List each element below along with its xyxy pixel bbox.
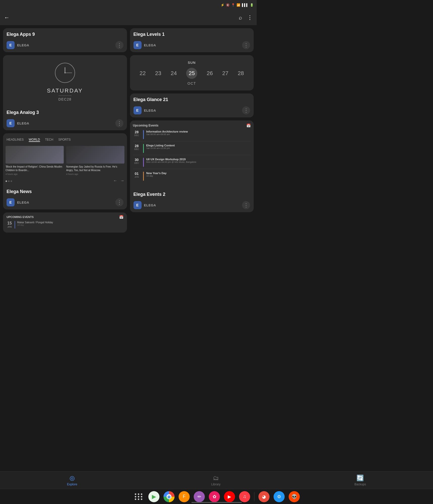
library-nav-label: Library [211,483,220,486]
apps9-title: Elega Apps 9 [3,28,127,38]
news-tab-tech[interactable]: TECH [45,138,53,142]
event-full-time-2: Sat 10:00 am-12:00 pm [146,147,251,149]
scroll-indicator [191,502,242,503]
event-full-month-3: DEC [134,162,139,164]
elega-events2-logo: E [134,201,142,209]
bottom-navigation: ◎ Explore 🗂 Library 🔄 Backups [0,471,257,489]
event-full-time-4: All day [146,175,251,177]
calendar-active-day-name: SUN [188,61,196,65]
cal-day-num-27: 27 [222,70,228,77]
cal-day-25-active[interactable]: 25 [186,68,197,79]
news-dot-3 [11,180,12,182]
analog3-more-button[interactable]: ⋮ [115,119,123,127]
back-button[interactable]: ← [4,14,10,21]
event-full-bar-4 [143,172,144,181]
minute-hand [65,73,72,73]
news-tab-headlines[interactable]: HEADLINES [7,138,24,142]
news-image-1 [6,146,64,164]
news-headline-2: Norwegian Spy Jailed by Russia Is Free. … [66,165,124,172]
dock-divider [254,492,254,501]
news-tab-world[interactable]: WORLD [29,138,40,142]
event-full-month-2: DEC [134,148,139,150]
folder-app[interactable]: F [179,491,190,502]
signal-icon: ▌▌▌ [242,3,248,7]
event-full-date-3: 30 [135,158,139,162]
news-image-2 [66,146,124,164]
event-full-date-2: 28 [135,144,139,148]
top-bar: ← ⌕ ⋮ [0,10,257,25]
cal-day-num-28: 28 [238,70,244,77]
elega-apps-9-card: Elega Apps 9 E ELEGA ⋮ [3,28,127,52]
cal-day-num-26: 26 [207,70,213,77]
bluetooth-icon: ⚡ [221,3,224,7]
calendar-mini-icon: 📅 [119,215,123,219]
elega-analog3-logo: E [7,119,15,127]
cal-day-22: 22 [140,70,146,77]
event-mini-text-1: Makar Sakranti / Pongal Holiday All day [17,221,53,226]
event-full-month-1: DEC [134,134,139,137]
wifi-icon: 📶 [237,3,240,7]
cal-day-24: 24 [171,70,177,77]
elega-news-name: ELEGA [17,201,29,204]
event-full-time-1: Sat 08:00 am-09:00 am [146,133,251,136]
elega-analog3-name: ELEGA [17,121,29,125]
news-more-button[interactable]: ⋮ [115,198,123,206]
news-navigation: ← → [113,178,124,183]
event-full-time-3: Mon 10:00 am-04:00 pm @ MG Music, Bangal… [146,161,251,163]
calendar-widget-card: SUN 22 23 24 25 26 27 [130,55,254,90]
elega-events-2-card: Upcoming Events 📅 28 DEC Information Arc… [130,120,254,212]
play-store-app[interactable]: ▶ [148,491,159,502]
news-dot-2 [8,180,10,182]
event-full-2: 28 DEC Elega Listing Content Sat 10:00 a… [133,144,251,155]
apps9-more-button[interactable]: ⋮ [115,41,123,49]
elega-glance-21-card: Elega Glance 21 E ELEGA ⋮ [130,93,254,117]
event-full-name-4: New Year's Day [146,172,251,175]
youtube-app[interactable]: ▶ [224,491,235,502]
more-menu-button[interactable]: ⋮ [247,14,253,21]
nav-library[interactable]: 🗂 Library [211,475,220,486]
news-time-1: 4 hours ago [6,173,64,175]
news-tab-sports[interactable]: SPORTS [58,138,71,142]
hour-hand [65,67,65,73]
grid-launcher-button[interactable] [133,491,144,502]
elega-glance21-name: ELEGA [144,109,156,112]
cal-day-23: 23 [155,70,161,77]
event-full-name-3: UI/ UX Design Workshop 2019 [146,158,251,161]
event-full-4: 01 JAN New Year's Day All day [133,172,251,183]
levels1-more-button[interactable]: ⋮ [242,41,250,49]
search-button[interactable]: ⌕ [239,14,242,21]
cal-day-28: 28 [238,70,244,77]
calendar-month-label: OCT [135,81,249,85]
event-mini-item-1: 15 JAN Makar Sakranti / Pongal Holiday A… [7,221,123,229]
events2-title: Elega Events 2 [130,188,254,198]
elega-apps9-name: ELEGA [17,43,29,47]
news-prev-button[interactable]: ← [113,178,117,183]
nav-explore[interactable]: ◎ Explore [67,475,77,486]
elega-news-card: HEADLINES WORLD TECH SPORTS 'Block the I… [3,133,127,209]
cal-day-num-25: 25 [186,68,197,79]
cal-day-num-23: 23 [155,70,161,77]
music-app[interactable]: ♫ [239,491,250,502]
event-full-name-1: Information Architecture review [146,130,251,133]
news-items: 'Block the Impact of Religion': China Se… [6,146,124,175]
scribe-app[interactable]: ✏ [194,491,205,502]
event-full-date-4: 01 [135,172,139,176]
news-next-button[interactable]: → [120,178,124,183]
chrome-app[interactable]: ◉ [163,491,175,502]
calendar-week-row: 22 23 24 25 26 27 28 [135,68,249,79]
glance21-more-button[interactable]: ⋮ [242,106,250,114]
events2-calendar-icon: 📅 [246,123,251,128]
news-dot-1 [6,180,7,182]
clock-center [64,72,65,73]
news-item-2: Norwegian Spy Jailed by Russia Is Free. … [66,146,124,175]
cal-day-27: 27 [222,70,228,77]
mute-icon: 🔇 [226,3,230,7]
elega-levels1-name: ELEGA [144,43,156,47]
news-pagination-dots [6,180,12,182]
event-full-date-1: 28 [135,130,139,134]
events2-more-button[interactable]: ⋮ [242,201,250,209]
clock-date-label: DEC28 [58,96,72,101]
event-full-name-2: Elega Listing Content [146,144,251,147]
event-mini-date-1: 15 [7,221,13,226]
pinwheel-app[interactable]: ✿ [209,491,220,502]
